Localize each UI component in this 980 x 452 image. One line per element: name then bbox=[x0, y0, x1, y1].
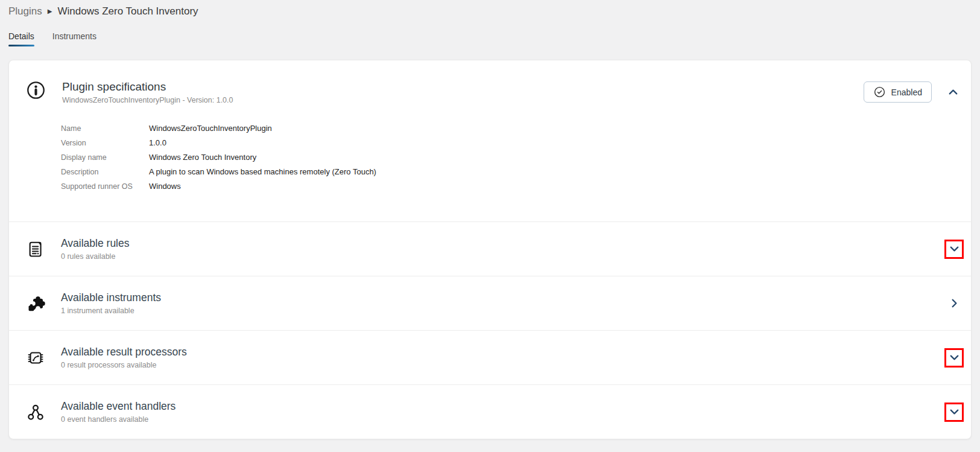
tab-bar: Details Instruments bbox=[8, 31, 972, 46]
info-circle-icon bbox=[26, 80, 46, 100]
check-circle-icon bbox=[873, 86, 886, 98]
chevron-down-icon bbox=[947, 405, 961, 419]
spec-fields-list: Name WindowsZeroTouchInventoryPlugin Ver… bbox=[9, 104, 971, 221]
section-available-rules[interactable]: Available rules 0 rules available bbox=[9, 221, 971, 276]
section-subtitle: 0 event handlers available bbox=[61, 415, 175, 424]
breadcrumb-separator-icon: ▶ bbox=[48, 8, 52, 14]
expand-event-handlers-button[interactable] bbox=[944, 403, 964, 422]
section-subtitle: 0 result processors available bbox=[61, 361, 187, 369]
section-subtitle: 1 instrument available bbox=[61, 307, 161, 315]
section-title: Available rules bbox=[61, 237, 130, 250]
breadcrumb: Plugins ▶ Windows Zero Touch Inventory bbox=[8, 0, 972, 18]
field-row-name: Name WindowsZeroTouchInventoryPlugin bbox=[61, 121, 971, 136]
chevron-down-icon bbox=[947, 242, 961, 256]
section-title: Available result processors bbox=[61, 346, 187, 358]
plugin-card: Plugin specifications WindowsZeroTouchIn… bbox=[8, 60, 972, 439]
enabled-status-label: Enabled bbox=[891, 88, 922, 97]
field-label: Name bbox=[61, 122, 149, 136]
field-value: Windows Zero Touch Inventory bbox=[149, 150, 256, 164]
field-label: Supported runner OS bbox=[61, 180, 149, 194]
spec-section-title: Plugin specifications bbox=[62, 80, 233, 94]
section-subtitle: 0 rules available bbox=[61, 252, 130, 261]
field-value: Windows bbox=[149, 179, 181, 193]
field-label: Description bbox=[61, 165, 149, 179]
collapse-section-button[interactable] bbox=[943, 82, 963, 101]
field-value: 1.0.0 bbox=[149, 136, 166, 150]
open-instruments-button[interactable] bbox=[944, 294, 964, 313]
hierarchy-icon bbox=[26, 403, 45, 422]
section-available-result-processors[interactable]: Available result processors 0 result pro… bbox=[9, 330, 971, 384]
field-value: WindowsZeroTouchInventoryPlugin bbox=[149, 121, 272, 135]
chip-icon bbox=[26, 348, 45, 368]
spec-section-subtitle: WindowsZeroTouchInventoryPlugin - Versio… bbox=[62, 96, 233, 104]
field-label: Display name bbox=[61, 151, 149, 165]
puzzle-icon bbox=[26, 294, 45, 313]
expand-result-processors-button[interactable] bbox=[944, 348, 964, 368]
field-value: A plugin to scan Windows based machines … bbox=[149, 165, 376, 179]
section-available-event-handlers[interactable]: Available event handlers 0 event handler… bbox=[9, 384, 971, 439]
tab-details[interactable]: Details bbox=[8, 31, 34, 46]
rules-document-icon bbox=[26, 240, 45, 259]
chevron-down-icon bbox=[947, 351, 961, 364]
section-available-instruments[interactable]: Available instruments 1 instrument avail… bbox=[9, 276, 971, 330]
chevron-up-icon bbox=[946, 85, 960, 99]
field-row-display-name: Display name Windows Zero Touch Inventor… bbox=[61, 150, 971, 165]
plugin-details-page: Plugins ▶ Windows Zero Touch Inventory D… bbox=[0, 0, 980, 439]
field-label: Version bbox=[61, 136, 149, 150]
enabled-status-badge[interactable]: Enabled bbox=[864, 81, 932, 103]
section-title: Available instruments bbox=[61, 291, 161, 304]
field-row-supported-runner-os: Supported runner OS Windows bbox=[61, 179, 971, 194]
page-title: Windows Zero Touch Inventory bbox=[57, 5, 198, 18]
plugin-specifications-header: Plugin specifications WindowsZeroTouchIn… bbox=[9, 60, 971, 104]
expand-rules-button[interactable] bbox=[944, 240, 964, 259]
field-row-version: Version 1.0.0 bbox=[61, 136, 971, 150]
breadcrumb-plugins-link[interactable]: Plugins bbox=[8, 5, 42, 18]
section-title: Available event handlers bbox=[61, 400, 175, 413]
field-row-description: Description A plugin to scan Windows bas… bbox=[61, 165, 971, 179]
tab-instruments[interactable]: Instruments bbox=[52, 31, 96, 46]
chevron-right-icon bbox=[947, 296, 961, 310]
